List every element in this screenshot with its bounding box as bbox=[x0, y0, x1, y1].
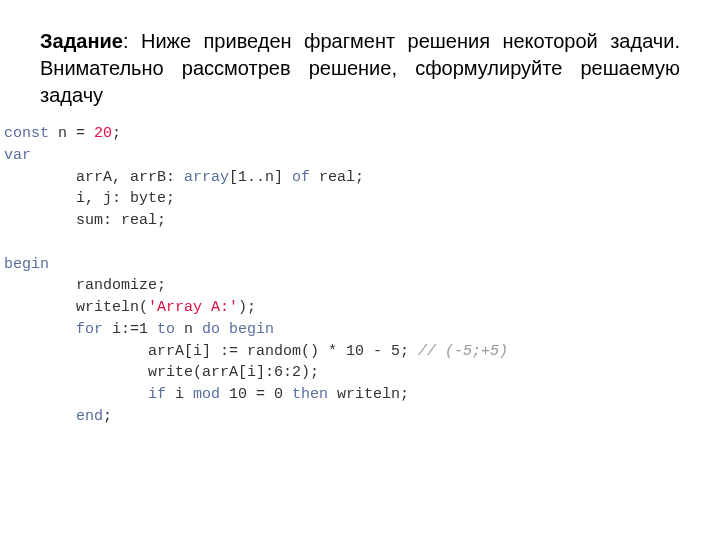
indent bbox=[4, 190, 76, 207]
task-colon: : bbox=[123, 30, 141, 52]
code-text: i, j: byte; bbox=[76, 190, 175, 207]
code-blank-1 bbox=[4, 232, 680, 254]
kw-of: of bbox=[292, 169, 310, 186]
indent bbox=[4, 364, 148, 381]
code-text: writeln; bbox=[328, 386, 409, 403]
kw-if: if bbox=[148, 386, 166, 403]
code-text: randomize; bbox=[76, 277, 166, 294]
code-block: const n = 20; var arrA, arrB: array[1..n… bbox=[2, 117, 680, 438]
code-text: write(arrA[i]:6:2); bbox=[148, 364, 319, 381]
code-line-9: for i:=1 to n do begin bbox=[4, 319, 680, 341]
kw-var: var bbox=[4, 147, 31, 164]
indent bbox=[4, 408, 76, 425]
indent bbox=[4, 277, 76, 294]
kw-mod: mod bbox=[193, 386, 220, 403]
code-text: ; bbox=[112, 125, 121, 142]
code-text: sum: real; bbox=[76, 212, 166, 229]
code-text: arrA, arrB: bbox=[76, 169, 184, 186]
code-text: arrA[i] := random() * 10 - 5; bbox=[148, 343, 418, 360]
code-line-10: arrA[i] := random() * 10 - 5; // (-5;+5) bbox=[4, 341, 680, 363]
code-text: ; bbox=[103, 408, 112, 425]
code-line-11: write(arrA[i]:6:2); bbox=[4, 362, 680, 384]
indent bbox=[4, 343, 148, 360]
code-line-6: begin bbox=[4, 254, 680, 276]
code-text: i bbox=[166, 386, 193, 403]
indent bbox=[4, 321, 76, 338]
code-text: 10 = 0 bbox=[220, 386, 292, 403]
code-text: i:=1 bbox=[103, 321, 157, 338]
kw-do: do bbox=[202, 321, 220, 338]
kw-then: then bbox=[292, 386, 328, 403]
task-label: Задание bbox=[40, 30, 123, 52]
str-literal: 'Array A:' bbox=[148, 299, 238, 316]
kw-array: array bbox=[184, 169, 229, 186]
kw-end: end bbox=[76, 408, 103, 425]
kw-const: const bbox=[4, 125, 49, 142]
code-line-8: writeln('Array A:'); bbox=[4, 297, 680, 319]
task-paragraph: Задание: Ниже приведен фрагмент решения … bbox=[40, 28, 680, 109]
code-line-13: end; bbox=[4, 406, 680, 428]
code-line-7: randomize; bbox=[4, 275, 680, 297]
code-text: n bbox=[175, 321, 202, 338]
comment: // (-5;+5) bbox=[418, 343, 508, 360]
code-line-5: sum: real; bbox=[4, 210, 680, 232]
indent bbox=[4, 212, 76, 229]
code-line-12: if i mod 10 = 0 then writeln; bbox=[4, 384, 680, 406]
code-line-4: i, j: byte; bbox=[4, 188, 680, 210]
code-text bbox=[220, 321, 229, 338]
code-text: [1..n] bbox=[229, 169, 292, 186]
code-text: real; bbox=[310, 169, 364, 186]
code-line-2: var bbox=[4, 145, 680, 167]
code-text: ); bbox=[238, 299, 256, 316]
indent bbox=[4, 299, 76, 316]
code-line-3: arrA, arrB: array[1..n] of real; bbox=[4, 167, 680, 189]
indent bbox=[4, 386, 148, 403]
kw-begin: begin bbox=[4, 256, 49, 273]
kw-for: for bbox=[76, 321, 103, 338]
kw-to: to bbox=[157, 321, 175, 338]
indent bbox=[4, 169, 76, 186]
kw-begin: begin bbox=[229, 321, 274, 338]
code-line-1: const n = 20; bbox=[4, 123, 680, 145]
code-text: writeln( bbox=[76, 299, 148, 316]
page: Задание: Ниже приведен фрагмент решения … bbox=[0, 0, 720, 438]
code-text: n = bbox=[49, 125, 94, 142]
num-literal: 20 bbox=[94, 125, 112, 142]
